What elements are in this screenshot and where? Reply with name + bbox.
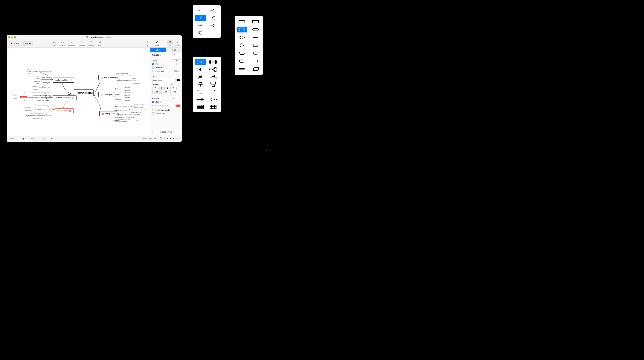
- leaf[interactable]: Paper: [132, 78, 136, 79]
- multibranch-checkbox[interactable]: [152, 109, 154, 111]
- bold-button[interactable]: B: [152, 87, 158, 90]
- structure-option-10[interactable]: [207, 89, 219, 95]
- center-node[interactable]: BRAINSTORM: [74, 89, 94, 97]
- leaf[interactable]: Sound recording: [32, 118, 42, 119]
- structure-option-1[interactable]: [194, 59, 206, 65]
- font-family-select[interactable]: Open Sans⌄: [152, 79, 176, 82]
- leaf[interactable]: Challenges: [44, 82, 50, 83]
- leaf[interactable]: combine repeated or similar ideas: [32, 92, 51, 93]
- leaf[interactable]: Cons: [36, 78, 39, 79]
- branch-option-8[interactable]: [207, 30, 219, 36]
- leaf[interactable]: Do not criticize ideas: [115, 110, 127, 111]
- prepare-meeting-node[interactable]: 📋Prepare Meeting: [98, 75, 120, 80]
- font-size-select[interactable]: 11⌄: [172, 83, 180, 86]
- branch-option-4[interactable]: [207, 15, 219, 21]
- textcase-chevron[interactable]: ⌄: [176, 87, 180, 90]
- leaf[interactable]: Question with logic: [130, 112, 142, 113]
- summary-tool[interactable]: Summary: [79, 40, 85, 47]
- relationship-tool[interactable]: Relationship: [68, 40, 76, 47]
- branch-option-5[interactable]: [194, 22, 206, 29]
- align-right-button[interactable]: [171, 91, 180, 94]
- map-tab[interactable]: Map: [166, 48, 182, 52]
- add-map-button[interactable]: +: [50, 136, 54, 141]
- structure-option-5[interactable]: [194, 74, 206, 80]
- chevron-down-icon[interactable]: ⌄: [157, 138, 158, 139]
- minimize-traffic-light[interactable]: [11, 36, 13, 38]
- border-line-select[interactable]: ⌄: [152, 104, 176, 107]
- structure-option-2[interactable]: [207, 59, 219, 65]
- leaf[interactable]: Needs: [27, 71, 31, 72]
- tapper-checkbox[interactable]: [152, 112, 154, 114]
- leaf[interactable]: Maintain order: [134, 107, 143, 108]
- maximize-traffic-light[interactable]: [14, 36, 16, 38]
- branch-option-1[interactable]: [194, 7, 206, 14]
- branch-option-6[interactable]: [207, 22, 219, 29]
- leaf[interactable]: Market: [27, 68, 31, 70]
- leaf[interactable]: Put ideas in categories: [30, 112, 44, 114]
- leaf[interactable]: Pencil: [132, 80, 136, 81]
- align-center-button[interactable]: [162, 91, 171, 94]
- leaf[interactable]: Effective: [32, 86, 38, 87]
- leaf[interactable]: Time: [36, 83, 39, 84]
- structure-option-8[interactable]: [207, 81, 219, 88]
- italic-button[interactable]: I: [158, 87, 164, 90]
- mindmap-view-button[interactable]: Mind Map: [9, 42, 22, 45]
- leaf[interactable]: Participants write down their idea: [35, 104, 54, 106]
- shape-cloud[interactable]: [250, 50, 261, 56]
- leaf[interactable]: White Board: [132, 82, 140, 84]
- leaf[interactable]: Every response should be recorded: [25, 115, 46, 116]
- zoom-reset-button[interactable]: •: [167, 138, 168, 139]
- leaf[interactable]: Encourage producing a wide array of idea…: [115, 114, 140, 115]
- leaf[interactable]: Subtopic 2: [124, 95, 130, 96]
- mindmap-canvas[interactable]: BRAINSTORM Explain problem📄 Evaluate eac…: [7, 48, 150, 136]
- leaf[interactable]: Be concise: [26, 110, 32, 111]
- font-weight-select[interactable]: Regular⌄: [152, 83, 172, 86]
- structure-option-11[interactable]: [194, 96, 206, 103]
- shape-parallelogram[interactable]: [250, 42, 261, 48]
- leaf[interactable]: Pros: [14, 95, 16, 96]
- branch-option-2[interactable]: [207, 7, 219, 14]
- leaf[interactable]: Subtopic 1: [124, 92, 130, 93]
- leaf[interactable]: Limited time: [24, 107, 32, 108]
- leaf[interactable]: Select attendees: [118, 73, 128, 74]
- strikethrough-button[interactable]: S: [165, 87, 171, 90]
- shape-rect[interactable]: [250, 19, 261, 25]
- structure-option-14[interactable]: [207, 104, 219, 110]
- leaf[interactable]: Pros: [36, 76, 38, 77]
- leaf[interactable]: eliminate answers that do not fit: [32, 95, 51, 96]
- branch-option-3[interactable]: [194, 15, 206, 21]
- style-tab[interactable]: Style: [150, 48, 166, 52]
- leaf[interactable]: Final goal: [115, 99, 121, 100]
- leaf[interactable]: Inform the date and place: [118, 75, 133, 77]
- border-color-swatch[interactable]: [176, 104, 180, 107]
- detail-plan-node[interactable]: 📑Detail plan: [98, 92, 115, 97]
- zoom-in-button[interactable]: +: [170, 137, 172, 140]
- leaf[interactable]: Subtopic 1: [124, 97, 130, 98]
- leaf[interactable]: Subtopic 2: [124, 99, 130, 101]
- branch-style-dropdown[interactable]: ⌄: [172, 97, 180, 100]
- leaf[interactable]: Build upon others' existing ideas: [115, 117, 134, 118]
- shape-doubleunderline[interactable]: [236, 66, 247, 72]
- structure-option-13[interactable]: [194, 104, 206, 110]
- branch-option-7[interactable]: [194, 30, 206, 36]
- leaf[interactable]: Subtopic 2: [124, 90, 130, 91]
- chevron-down-icon[interactable]: ⌄: [178, 138, 180, 139]
- leaf[interactable]: Background: [115, 88, 122, 90]
- shape-capsule[interactable]: [250, 27, 261, 33]
- textcase-button[interactable]: Tт: [171, 87, 176, 90]
- solution-tag[interactable]: Solution: [20, 96, 27, 98]
- explain-problem-node[interactable]: Explain problem📄: [53, 78, 74, 83]
- leaf[interactable]: Resource: [34, 81, 40, 82]
- shape-underline[interactable]: [250, 35, 261, 41]
- shape-ellipse[interactable]: [236, 27, 247, 33]
- topic-shape-dropdown[interactable]: ⌄: [172, 59, 180, 62]
- leaf[interactable]: Similar projects: [41, 77, 50, 78]
- align-left-button[interactable]: [152, 91, 162, 94]
- leaf[interactable]: Different aspects of the problem: [33, 71, 52, 72]
- leaf[interactable]: Pay attention to everyone's ideas: [129, 109, 148, 110]
- structure-option-4[interactable]: [207, 66, 219, 73]
- share-tool[interactable]: share: [155, 40, 160, 47]
- call-for-ideas-node[interactable]: Call for ideas👥: [55, 108, 74, 113]
- shape-roundrect[interactable]: [236, 19, 247, 25]
- map-tab-3[interactable]: Map 3: [29, 137, 39, 140]
